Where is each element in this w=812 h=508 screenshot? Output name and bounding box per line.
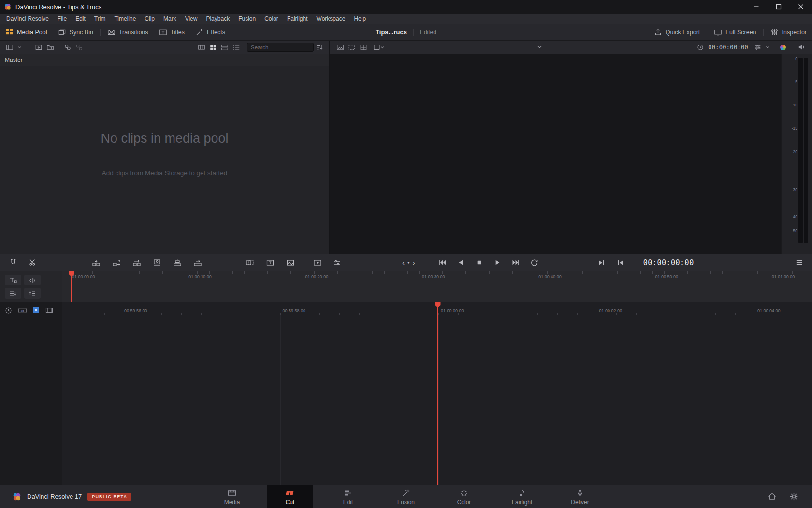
track-insert-button[interactable] (5, 288, 21, 299)
timeline-playhead[interactable] (437, 302, 438, 485)
bin-header[interactable]: Master (0, 54, 329, 66)
sync-bin-icon (58, 28, 66, 36)
settings-gear-icon[interactable] (789, 492, 798, 501)
link-clips-button[interactable] (62, 42, 73, 53)
project-manager-home-icon[interactable] (768, 492, 777, 501)
goto-end-button[interactable] (510, 256, 522, 269)
inspector-button[interactable]: Inspector (765, 24, 812, 40)
search-input[interactable] (247, 43, 314, 52)
media-pool-button[interactable]: Media Pool (0, 24, 53, 40)
safe-area-button[interactable] (346, 42, 358, 53)
thumbnail-view-button[interactable] (207, 42, 219, 53)
page-tab-fusion[interactable]: Fusion (383, 485, 429, 508)
track-insert-icon (9, 290, 17, 297)
clock-tool-icon[interactable] (5, 307, 12, 314)
play-reverse-button[interactable] (455, 256, 467, 269)
stop-button[interactable] (473, 256, 486, 269)
upper-timeline-ruler[interactable]: 01:00:00:0001:00:10:0001:00:20:0001:00:3… (62, 271, 812, 302)
maximize-button[interactable] (768, 0, 790, 14)
bin-list-dropdown[interactable] (14, 42, 25, 53)
timeline-selector-dropdown[interactable] (385, 41, 695, 54)
page-tab-cut[interactable]: Cut (267, 485, 313, 508)
append-clip-button[interactable] (110, 256, 123, 269)
place-on-top-icon (173, 258, 182, 267)
sort-button[interactable] (314, 42, 325, 53)
edit-point-tool-button[interactable] (24, 275, 41, 285)
viewer-options-dropdown[interactable] (762, 42, 773, 53)
transition-tool-button[interactable] (244, 256, 256, 269)
viewer-zoom-dropdown[interactable] (373, 42, 385, 53)
filmstrip-view-button[interactable] (196, 42, 207, 53)
import-media-button[interactable] (33, 42, 44, 53)
menu-item[interactable]: Workspace (312, 15, 350, 22)
unlink-clips-button[interactable] (73, 42, 85, 53)
timeline-options-button[interactable] (793, 256, 805, 269)
goto-in-button[interactable] (614, 256, 627, 269)
page-tab-color[interactable]: Color (441, 485, 487, 508)
menu-item[interactable]: Fairlight (283, 15, 312, 22)
list-view-button[interactable] (231, 42, 242, 53)
lower-timeline-ruler[interactable]: 00:59:56:0000:59:58:0001:00:00:0001:00:0… (62, 302, 812, 485)
menu-item[interactable]: Mark (159, 15, 181, 22)
minimize-button[interactable] (745, 0, 768, 14)
goto-start-button[interactable] (436, 256, 449, 269)
thumbnail-view-icon (209, 44, 217, 51)
menu-item[interactable]: Timeline (110, 15, 140, 22)
page-tab-media[interactable]: Media (209, 485, 255, 508)
source-overwrite-button[interactable] (191, 256, 204, 269)
sync-indicator-icon[interactable] (33, 307, 39, 313)
step-backward-icon[interactable]: ‹ (402, 259, 405, 266)
titles-button[interactable]: Titles (154, 24, 190, 40)
menu-item[interactable]: Edit (71, 15, 90, 22)
close-button[interactable] (790, 0, 812, 14)
transitions-button[interactable]: Transitions (102, 24, 154, 40)
playback-settings-button[interactable] (331, 256, 343, 269)
page-tab-edit[interactable]: Edit (325, 485, 371, 508)
duration-clock-button[interactable] (695, 42, 706, 53)
upper-playhead[interactable] (71, 271, 72, 302)
menu-item[interactable]: DaVinci Resolve (2, 15, 53, 22)
sync-bin-button[interactable]: Sync Bin (53, 24, 99, 40)
loop-button[interactable] (528, 256, 541, 269)
menu-item[interactable]: Playback (202, 15, 234, 22)
fit-view-button[interactable] (334, 42, 346, 53)
play-to-out-icon (597, 258, 606, 267)
page-tab-fairlight[interactable]: Fairlight (499, 485, 545, 508)
smart-insert-button[interactable] (90, 256, 102, 269)
track-move-button[interactable] (24, 288, 41, 299)
place-on-top-button[interactable] (171, 256, 184, 269)
menu-item[interactable]: File (53, 15, 71, 22)
audio-monitor-button[interactable] (796, 42, 807, 53)
menu-item[interactable]: Fusion (234, 15, 260, 22)
viewer-timecode[interactable]: 00:00:00:00 (708, 44, 748, 51)
play-to-out-button[interactable] (595, 256, 608, 269)
menu-item[interactable]: View (181, 15, 202, 22)
ripple-overwrite-button[interactable] (130, 256, 143, 269)
trim-tool-button[interactable] (5, 275, 21, 285)
effects-tool-button[interactable] (284, 256, 297, 269)
source-tape-button[interactable] (311, 256, 324, 269)
razor-button[interactable] (26, 256, 39, 269)
scopes-button[interactable] (777, 42, 789, 53)
menu-item[interactable]: Help (349, 15, 370, 22)
title-tool-button[interactable] (264, 256, 276, 269)
play-button[interactable] (492, 256, 504, 269)
transport-timecode[interactable]: 00:00:00:00 (643, 258, 694, 267)
menu-item[interactable]: Color (260, 15, 283, 22)
menu-item[interactable]: Trim (90, 15, 110, 22)
step-forward-icon[interactable]: › (413, 259, 415, 266)
strip-view-button[interactable] (219, 42, 231, 53)
full-screen-button[interactable]: Full Screen (709, 24, 761, 40)
audio-meter-toggle-icon[interactable]: dB (18, 307, 27, 314)
playhead-dot-icon[interactable]: ● (407, 261, 410, 265)
page-tab-deliver[interactable]: Deliver (557, 485, 603, 508)
close-up-button[interactable] (151, 256, 163, 269)
viewer-screen[interactable] (330, 54, 781, 254)
filmstrip-tool-icon[interactable] (45, 307, 53, 314)
effects-button[interactable]: Effects (190, 24, 231, 40)
snapping-button[interactable] (7, 256, 19, 269)
menu-item[interactable]: Clip (140, 15, 159, 22)
multicam-view-button[interactable] (358, 42, 369, 53)
new-bin-button[interactable] (44, 42, 56, 53)
quick-export-button[interactable]: Quick Export (649, 24, 706, 40)
